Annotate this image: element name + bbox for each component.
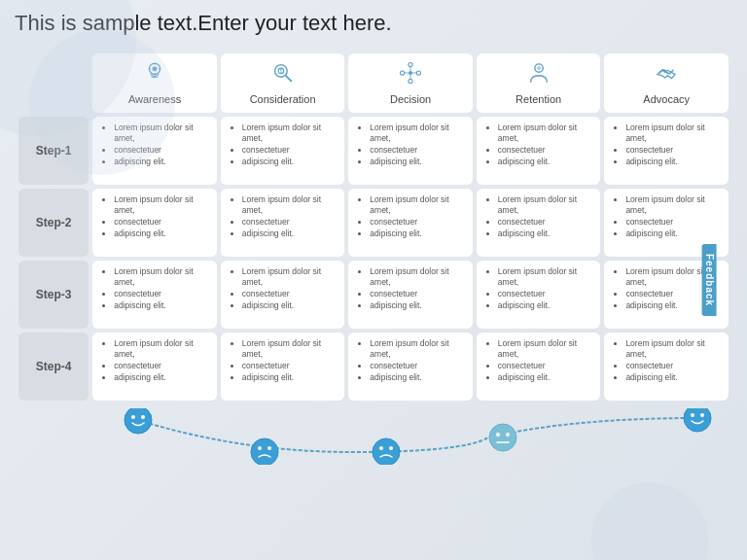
cell-r1-c3: Lorem ipsum dolor sit amet,consectetuera… [348, 117, 473, 185]
list-item: adipiscing elit. [625, 228, 721, 240]
page-wrapper: This is sample text.Enter your text here… [0, 0, 747, 560]
svg-point-40 [691, 413, 694, 417]
header-awareness: Awareness [92, 53, 217, 113]
svg-point-13 [280, 71, 281, 72]
header-retention: Retention [477, 53, 601, 113]
list-item: Lorem ipsum dolor sit amet, [370, 338, 465, 362]
consideration-label: Consideration [250, 93, 316, 105]
list-item: consectetuer [242, 289, 338, 300]
list-item: adipiscing elit. [370, 372, 465, 384]
list-item: Lorem ipsum dolor sit amet, [625, 194, 721, 218]
list-item: adipiscing elit. [625, 157, 721, 168]
list-item: adipiscing elit. [242, 157, 338, 168]
journey-section [15, 408, 732, 465]
journey-area [85, 408, 732, 465]
list-item: adipiscing elit. [625, 372, 721, 384]
step-4-label: Step-4 [18, 332, 89, 401]
header-decision: Decision [348, 53, 473, 113]
list-item: adipiscing elit. [498, 372, 593, 384]
cell-r3-c3: Lorem ipsum dolor sit amet,consectetuera… [348, 261, 473, 329]
list-item: adipiscing elit. [242, 372, 338, 384]
list-item: Lorem ipsum dolor sit amet, [114, 266, 209, 290]
list-item: consectetuer [114, 217, 209, 228]
list-item: consectetuer [498, 217, 593, 228]
svg-point-17 [401, 70, 405, 74]
list-item: consectetuer [370, 217, 465, 228]
svg-line-10 [285, 75, 291, 81]
table-row: Step-4Lorem ipsum dolor sit amet,consect… [18, 332, 729, 401]
bg-circle-3 [591, 482, 708, 560]
list-item: consectetuer [625, 145, 721, 157]
list-item: consectetuer [114, 289, 209, 300]
svg-point-34 [389, 446, 393, 450]
list-item: adipiscing elit. [498, 157, 593, 168]
list-item: Lorem ipsum dolor sit amet, [114, 338, 209, 362]
list-item: consectetuer [242, 361, 338, 372]
list-item: adipiscing elit. [498, 300, 593, 312]
list-item: consectetuer [625, 361, 721, 372]
svg-point-27 [131, 415, 135, 419]
main-table: Awareness Consideration [15, 50, 732, 404]
list-item: Lorem ipsum dolor sit amet, [242, 194, 338, 218]
table-row: Step-3Lorem ipsum dolor sit amet,consect… [18, 261, 729, 329]
list-item: adipiscing elit. [498, 228, 593, 240]
step-1-label: Step-1 [18, 117, 89, 185]
list-item: consectetuer [242, 217, 338, 228]
list-item: Lorem ipsum dolor sit amet, [498, 266, 593, 290]
list-item: Lorem ipsum dolor sit amet, [498, 194, 593, 218]
list-item: consectetuer [498, 361, 593, 372]
list-item: Lorem ipsum dolor sit amet, [370, 122, 465, 146]
list-item: consectetuer [498, 289, 593, 300]
list-item: adipiscing elit. [114, 157, 209, 168]
cell-r1-c2: Lorem ipsum dolor sit amet,consectetuera… [221, 117, 345, 185]
table-row: Step-2Lorem ipsum dolor sit amet,consect… [18, 189, 729, 257]
list-item: Lorem ipsum dolor sit amet, [625, 122, 721, 146]
svg-point-31 [267, 446, 271, 450]
cell-r3-c4: Lorem ipsum dolor sit amet,consectetuera… [477, 261, 601, 329]
advocacy-icon [653, 59, 680, 87]
list-item: Lorem ipsum dolor sit amet, [370, 266, 465, 290]
list-item: Lorem ipsum dolor sit amet, [242, 338, 338, 362]
svg-point-36 [496, 433, 500, 437]
list-item: Lorem ipsum dolor sit amet, [242, 122, 338, 146]
cell-r2-c2: Lorem ipsum dolor sit amet,consectetuera… [221, 189, 345, 257]
svg-point-29 [251, 438, 278, 465]
cell-r3-c2: Lorem ipsum dolor sit amet,consectetuera… [221, 261, 345, 329]
svg-point-35 [489, 424, 516, 451]
svg-point-39 [684, 408, 711, 432]
cell-r4-c3: Lorem ipsum dolor sit amet,consectetuera… [348, 332, 473, 401]
svg-point-41 [700, 413, 704, 417]
cell-r3-c1: Lorem ipsum dolor sit amet,consectetuera… [92, 261, 217, 329]
decision-icon [397, 59, 424, 87]
list-item: Lorem ipsum dolor sit amet, [114, 194, 209, 218]
decision-label: Decision [390, 93, 431, 105]
list-item: consectetuer [242, 145, 338, 157]
list-item: consectetuer [370, 145, 465, 157]
svg-rect-7 [159, 68, 160, 69]
svg-point-24 [537, 66, 541, 70]
svg-rect-5 [154, 62, 155, 64]
table-row: Step-1Lorem ipsum dolor sit amet,consect… [18, 117, 729, 185]
svg-rect-6 [154, 73, 155, 75]
list-item: consectetuer [114, 361, 209, 372]
retention-icon [525, 59, 552, 87]
svg-point-28 [141, 415, 145, 419]
list-item: adipiscing elit. [370, 157, 465, 168]
list-item: adipiscing elit. [242, 300, 338, 312]
step-2-label: Step-2 [18, 189, 89, 257]
svg-point-37 [506, 433, 510, 437]
list-item: adipiscing elit. [114, 300, 209, 312]
cell-r4-c2: Lorem ipsum dolor sit amet,consectetuera… [221, 332, 345, 401]
svg-point-16 [416, 70, 420, 74]
page-title: This is sample text.Enter your text here… [15, 10, 732, 38]
svg-point-4 [153, 66, 157, 70]
cell-r4-c1: Lorem ipsum dolor sit amet,consectetuera… [92, 332, 217, 401]
list-item: consectetuer [625, 217, 721, 228]
list-item: Lorem ipsum dolor sit amet, [625, 338, 721, 362]
list-item: adipiscing elit. [114, 372, 209, 384]
list-item: adipiscing elit. [370, 228, 465, 240]
list-item: adipiscing elit. [114, 228, 209, 240]
feedback-label: Feedback [701, 244, 716, 316]
header-consideration: Consideration [221, 53, 345, 113]
svg-point-32 [373, 438, 400, 465]
